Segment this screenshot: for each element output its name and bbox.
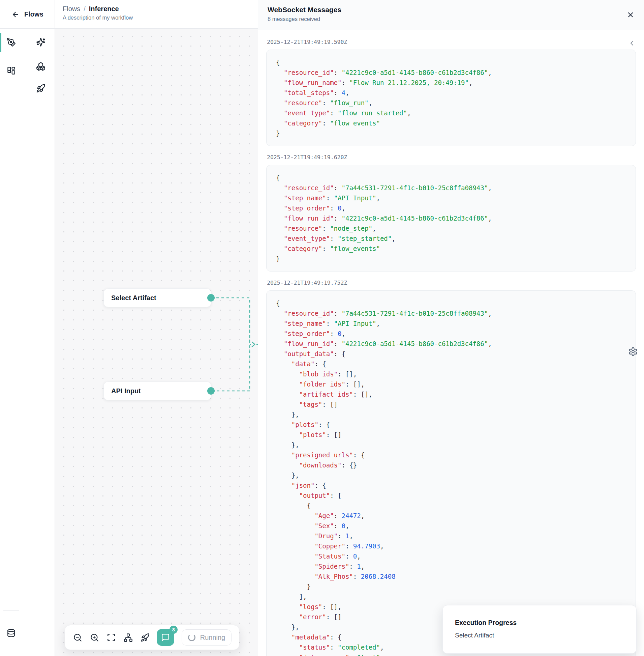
zoom-in-icon [90,633,99,642]
code-line: }, [276,440,626,450]
page-title: Inference [89,5,119,13]
collapse-message-button[interactable] [628,39,636,47]
code-line: "Spiders": 1, [276,561,626,571]
layout-tree-icon [124,633,133,642]
node-label: API Input [111,387,141,395]
websocket-messages-panel: WebSocket Messages 8 messages received 2… [258,0,644,656]
edge-arrowhead [252,342,255,347]
breadcrumb: Flows / Inference A description of my wo… [63,5,133,21]
code-line: "resource_id": "7a44c531-7291-4f1c-b010-… [276,183,626,193]
flow-description: A description of my workflow [63,15,133,21]
code-line: "folder_ids": [], [276,379,626,389]
code-line: "blob_ids": [], [276,369,626,379]
flow-canvas[interactable]: Select Artifact API Input [55,29,258,656]
code-line: } [276,254,626,264]
code-line: "data": { [276,359,626,369]
code-line: "resource": "flow_run", [276,98,626,108]
node-api-input[interactable]: API Input [104,381,211,400]
code-line: "output": [ [276,490,626,501]
code-line: { [276,501,626,511]
code-line: "resource": "node_step", [276,223,626,234]
rocket-icon [36,84,46,93]
message-card: { "resource_id": "7a44c531-7291-4f1c-b01… [266,165,636,271]
close-panel-button[interactable] [626,11,635,19]
code-line: "Sex": 0, [276,521,626,531]
code-line: "category": "flow_events" [276,243,626,254]
node-select-artifact[interactable]: Select Artifact [104,288,211,307]
code-line: "flow_run_name": "Flow Run 21.12.2025, 2… [276,78,626,88]
code-line: "step_order": 0, [276,328,626,338]
flow-edges [55,29,258,656]
auto-layout-button[interactable] [123,632,133,642]
message-timestamp: 2025-12-21T19:49:19.590Z [267,39,636,45]
code-line: "Copper": 94.7903, [276,541,626,551]
code-line: "plots": { [276,420,626,430]
rocket-icon [140,633,150,642]
sparkles-plus-icon [36,38,46,47]
chat-icon [161,633,170,642]
messages-list: 2025-12-21T19:49:19.590Z{ "resource_id":… [258,30,644,656]
code-line: "flow_run_id": "4221c9c0-a5d1-4145-b860-… [276,338,626,349]
panel-title: WebSocket Messages [268,6,635,14]
back-to-flows-button[interactable]: Flows [0,0,55,29]
node-palette-rail [22,29,55,656]
node-label: Select Artifact [111,294,156,302]
zoom-out-button[interactable] [72,632,83,642]
message-timestamp: 2025-12-21T19:49:19.752Z [267,280,636,286]
panel-header: WebSocket Messages 8 messages received [258,0,644,30]
fit-view-icon [107,633,116,642]
sidebar-item-data[interactable] [2,624,20,642]
code-line: { [276,298,626,308]
sidebar-item-dashboard[interactable] [2,62,20,79]
code-line: "json": { [276,480,626,490]
sidebar-divider [3,610,19,611]
back-label: Flows [24,10,44,18]
code-line: "flow_run_id": "4221c9c0-a5d1-4145-b860-… [276,213,626,223]
code-line: "total_steps": 4, [276,88,626,98]
node-output-port[interactable] [207,294,215,302]
code-line: "Drug": 1, [276,531,626,541]
code-line: "category": "flow_events" [276,118,626,128]
code-line: } [276,582,626,592]
code-line: "resource_id": "7a44c531-7291-4f1c-b010-… [276,308,626,319]
gear-icon[interactable] [628,347,638,356]
code-line: "downloads": {} [276,460,626,470]
palette-item-ai[interactable] [32,34,49,51]
code-line: }, [276,470,626,480]
code-line: "Alk_Phos": 2068.2408 [276,571,626,582]
sidebar-primary-rail [0,29,22,656]
message-timestamp: 2025-12-21T19:49:19.620Z [267,154,636,160]
sidebar-item-editor[interactable] [2,34,20,51]
code-line: } [276,128,626,138]
code-line: }, [276,410,626,420]
code-line: "Age": 24472, [276,511,626,521]
code-line: "step_name": "API Input", [276,193,626,203]
palette-item-blocks[interactable] [32,58,49,75]
zoom-in-button[interactable] [89,632,99,642]
messages-toggle-button[interactable]: 8 [157,629,174,646]
code-line: "event_type": "flow_run_started", [276,108,626,118]
code-line: "step_order": 0, [276,203,626,213]
app: Flows Flows / Inference A description of… [0,0,644,656]
execution-progress-step: Select Artifact [455,632,624,639]
breadcrumb-root-link[interactable]: Flows [63,5,80,13]
zoom-out-icon [73,633,82,642]
message-card: { "resource_id": "4221c9c0-a5d1-4145-b86… [266,49,636,146]
active-tab-indicator [0,33,1,52]
code-line: "presigned_urls": { [276,450,626,460]
fit-view-button[interactable] [106,632,116,642]
code-line: "step_name": "API Input", [276,319,626,328]
message-card: { "resource_id": "7a44c531-7291-4f1c-b01… [266,290,636,656]
node-output-port[interactable] [207,387,215,395]
palette-item-deploy[interactable] [32,80,49,97]
breadcrumb-separator: / [84,5,86,13]
execution-progress-title: Execution Progress [455,619,624,627]
code-line: "resource_id": "4221c9c0-a5d1-4145-b860-… [276,67,626,78]
run-flow-button[interactable] [140,632,150,642]
canvas-toolbar: 8 Running [65,625,239,650]
code-line: "plots": [] [276,430,626,440]
spinner-icon [188,634,196,641]
code-line: "Status": 0, [276,551,626,561]
cubes-icon [36,62,46,71]
run-status-button[interactable]: Running [182,629,231,646]
